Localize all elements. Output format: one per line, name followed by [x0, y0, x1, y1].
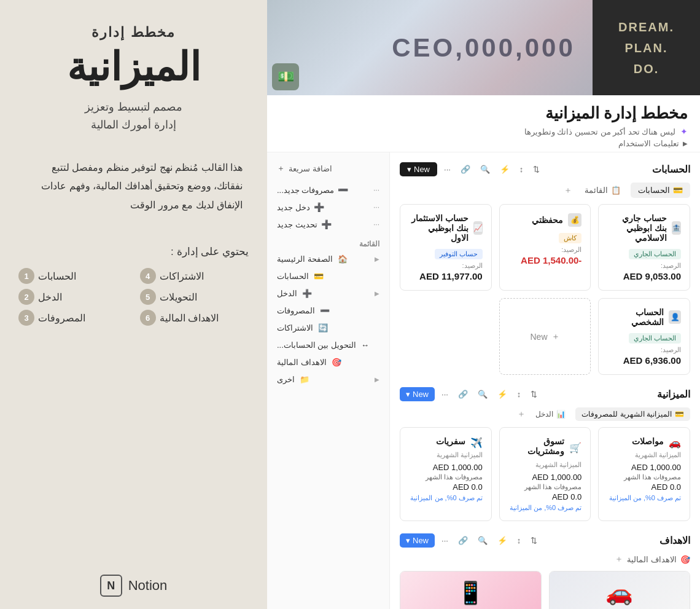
budget-expenses-label-transport: مصروفات هذا الشهر [624, 473, 681, 481]
card-balance-2: -AED 1,540.00 [508, 255, 582, 265]
sidebar-item-home[interactable]: ▶ 🏠 الصفحة الرئيسية [272, 251, 384, 267]
quick-item-update[interactable]: ··· ➕ تحديث جديد [272, 216, 384, 232]
budget-sort-icon[interactable]: ↕ [514, 388, 524, 401]
budget-section-header: الميزانية ⇅ ↕ ⚡ 🔍 🔗 ··· New [400, 387, 690, 401]
budget-link-icon[interactable]: 🔗 [455, 388, 471, 401]
feature-item-income: الدخل 2 [18, 289, 128, 305]
card-name-1: حساب جاري بنك ابوظبي الاسلامي [607, 213, 667, 243]
feature-item-goals: الاهداف المالية 6 [140, 310, 249, 326]
quick-item-expenses[interactable]: ··· ➖ مصروفات جديد... [272, 182, 384, 198]
budget-expenses-label-travel: مصروفات هذا الشهر [426, 473, 483, 481]
goals-filter-icon[interactable]: ⇅ [527, 534, 540, 547]
sidebar-item-accounts[interactable]: 💳 الحسابات [272, 268, 384, 285]
financial-goals-label: الاهداف المالية [277, 358, 327, 367]
features-grid: الحسابات 1 الاشتراكات 4 الدخل 2 التحويلا… [18, 268, 249, 326]
minus-circle-icon: ➖ [338, 185, 348, 195]
right-panel: CEO,000,000 💵 DREAM. PLAN. DO. مخطط إدار… [267, 0, 700, 609]
budget-card-travel: ✈️ سفريات الميزانية الشهرية AED 1,000.00… [400, 427, 492, 521]
budget-filter-icon[interactable]: ⇅ [527, 388, 540, 401]
tab-add-accounts[interactable]: ＋ [561, 184, 575, 197]
main-content: الحسابات ⇅ ↕ ⚡ 🔍 🔗 ··· New [390, 152, 700, 609]
notion-footer: N Notion [100, 575, 168, 597]
car-emoji-icon: 🚗 [605, 580, 633, 606]
goals-new-button[interactable]: New ▾ [400, 533, 435, 548]
sidebar-item-income[interactable]: ▶ ➕ الدخل [272, 285, 384, 302]
card-name-4: الحساب الشخصي [607, 307, 664, 327]
add-account-card[interactable]: ＋ New [499, 298, 591, 375]
transfers-label: التحويل بين الحسابات... [277, 340, 356, 350]
tab-income-budget[interactable]: 📊 الدخل [529, 407, 572, 421]
budget-more-icon[interactable]: ··· [438, 388, 451, 401]
goals-nav-icon: 🎯 [332, 358, 341, 367]
accounts-tabs-row: 💳 الحسابات 📋 القائمة ＋ [400, 183, 690, 198]
budget-card-shopping: 🛒 تسوق ومشتريات الميزانية الشهرية AED 1,… [499, 427, 591, 521]
budget-title-transport: مواصلات [632, 436, 664, 446]
goals-search-icon[interactable]: 🔍 [475, 534, 491, 547]
sidebar-item-transfers[interactable]: ↔️ التحويل بين الحسابات... [272, 337, 384, 353]
account-card-4: 👤 الحساب الشخصي الحساب الجاري الرصيد: AE… [598, 298, 690, 375]
tab-accounts-icon: 💳 [673, 186, 683, 195]
sidebar-item-other[interactable]: ▶ 📁 اخرى [272, 371, 384, 388]
tab-gallery-label: القائمة [585, 186, 608, 195]
tab-accounts-gallery[interactable]: 📋 القائمة [577, 183, 628, 198]
more-icon[interactable]: ··· [441, 163, 454, 176]
card-icon-4: 👤 [669, 310, 681, 324]
goals-add-filter[interactable]: ＋ [615, 554, 623, 565]
goals-lightning-icon[interactable]: ⚡ [494, 534, 510, 547]
notion-logo-icon: N [100, 575, 122, 597]
income-label: الدخل [277, 289, 297, 298]
tab-accounts-list[interactable]: 💳 الحسابات [631, 183, 690, 198]
link-icon[interactable]: 🔗 [457, 163, 473, 176]
tab-monthly-expenses[interactable]: 💳 الميزانية الشهرية للمصروفات [575, 407, 690, 421]
accounts-new-button[interactable]: New ▾ [400, 162, 437, 176]
budget-cards-grid: 🚗 مواصلات الميزانية الشهرية AED 1,000.00… [400, 427, 690, 521]
transfers-icon: ↔️ [361, 340, 369, 350]
plus-add-icon: ＋ [551, 331, 560, 342]
budget-search-icon[interactable]: 🔍 [475, 388, 491, 401]
feature-num-4: 4 [140, 268, 156, 284]
expenses-label: المصروفات [277, 306, 315, 315]
filter-icon[interactable]: ⇅ [530, 163, 543, 176]
budget-section: الميزانية ⇅ ↕ ⚡ 🔍 🔗 ··· New [400, 387, 690, 521]
goal-card-car: 🚗 🎯 شراء سيارة جديدة [549, 571, 691, 609]
phone-emoji-icon: 📱 [457, 580, 484, 606]
instructions-label: تعليمات الاستخدام [618, 139, 679, 148]
accounts-section-header: الحسابات ⇅ ↕ ⚡ 🔍 🔗 ··· New [400, 162, 690, 176]
goal-phone-image: 📱 [400, 572, 541, 609]
refresh-icon: ➕ [321, 219, 332, 229]
quick-item-income-label: دخل جديد [277, 203, 310, 212]
income-nav-icon: ➕ [302, 289, 312, 298]
lightning-icon[interactable]: ⚡ [497, 163, 513, 176]
goals-section-title: الاهداف [659, 535, 690, 546]
content-area: ＋ اضافة سريعة ··· ➖ مصروفات جديد... ··· … [267, 152, 700, 609]
card-balance-3: AED 11,977.00 [409, 271, 483, 281]
search-icon[interactable]: 🔍 [477, 163, 493, 176]
budget-footer-travel: تم صرف 0%, من الميزانية [409, 494, 483, 502]
sort-icon[interactable]: ↕ [516, 163, 527, 176]
chevron-icon-other: ▶ [375, 376, 379, 383]
feature-num-6: 6 [140, 310, 156, 326]
quick-item-update-label: تحديث جديد [277, 220, 317, 229]
sidebar-item-expenses[interactable]: ➖ المصروفات [272, 302, 384, 319]
add-quick-button[interactable]: ＋ اضافة سريعة [272, 160, 384, 177]
card-balance-4: AED 6,936.00 [607, 355, 681, 366]
hero-line1: DREAM. [618, 17, 674, 37]
feature-label-accounts: الحسابات [38, 270, 76, 282]
feature-item-expenses: المصروفات 3 [18, 310, 128, 326]
goals-more-icon[interactable]: ··· [438, 534, 451, 547]
accounts-section-title: الحسابات [652, 163, 690, 175]
expenses-nav-icon: ➖ [320, 306, 330, 315]
instructions-toggle[interactable]: ▶ تعليمات الاستخدام [279, 139, 688, 148]
budget-card-transport: 🚗 مواصلات الميزانية الشهرية AED 1,000.00… [598, 427, 690, 521]
quick-item-income[interactable]: ··· ➕ دخل جديد [272, 199, 384, 215]
tab-add-budget[interactable]: ＋ [517, 409, 526, 420]
budget-new-button[interactable]: New ▾ [400, 387, 435, 401]
sidebar-item-financial-goals[interactable]: 🎯 الاهداف المالية [272, 354, 384, 371]
hero-line3: DO. [634, 58, 659, 79]
sidebar-item-subscriptions[interactable]: 🔄 الاشتراكات [272, 320, 384, 336]
left-panel: مخطط إدارة الميزانية مصمم لتبسيط وتعزيز … [0, 0, 267, 609]
card-tag-2: كاش [559, 233, 581, 243]
goals-sort-icon[interactable]: ↕ [514, 534, 524, 547]
goals-link-icon[interactable]: 🔗 [455, 534, 471, 547]
budget-lightning-icon[interactable]: ⚡ [494, 388, 510, 401]
